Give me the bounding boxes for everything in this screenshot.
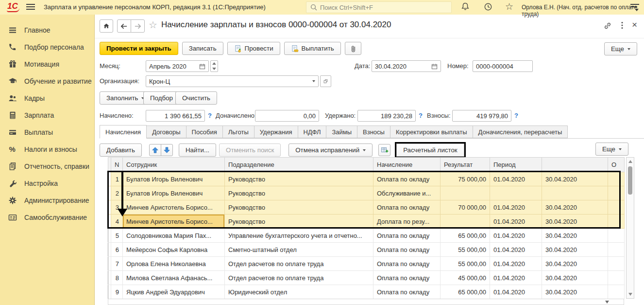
cell-period-end[interactable] <box>542 186 608 200</box>
cell-result[interactable] <box>441 215 490 229</box>
favorite-star-icon[interactable]: ☆ <box>149 19 157 31</box>
table-row[interactable]: 9Яцкив Андрей ЭдуардовичЮридический отде… <box>108 285 625 299</box>
cell-period-start[interactable]: 01.04.2020 <box>490 200 542 215</box>
cell-employee-selected[interactable]: Минчев Аристотель Борисо... <box>123 215 225 229</box>
tab-ndfl[interactable]: НДФЛ <box>298 126 327 138</box>
chevron-down-icon[interactable] <box>312 80 315 82</box>
sidebar-item-taxes[interactable]: % Налоги и взносы <box>0 141 94 158</box>
cell-result[interactable]: 65 000,00 <box>441 285 490 299</box>
get-link-icon[interactable] <box>603 21 612 32</box>
tab-contracts[interactable]: Договоры <box>147 126 186 138</box>
cell-o[interactable] <box>608 271 625 285</box>
tab-deductions[interactable]: Удержания <box>254 126 298 138</box>
cell-accrual[interactable]: Оплата по окладу <box>373 257 441 271</box>
cell-period-start[interactable]: 01.04.2020 <box>490 172 542 186</box>
calendar-icon[interactable] <box>431 63 438 70</box>
cell-department[interactable]: Отдел расчетов по оплате труда <box>225 271 373 285</box>
more-actions-icon[interactable] <box>621 21 624 31</box>
cell-o[interactable] <box>608 229 625 243</box>
post-button[interactable]: Провести <box>227 42 280 55</box>
cell-n[interactable]: 9 <box>111 285 123 299</box>
cell-period-start[interactable]: 01.04.2020 <box>490 243 542 257</box>
cell-period-start[interactable]: 01.04.2020 <box>490 257 542 271</box>
cell-department[interactable]: Руководство <box>225 200 373 215</box>
withheld-help-icon[interactable]: ? <box>419 112 423 119</box>
cell-accrual[interactable]: Обслуживание и... <box>373 186 441 200</box>
cell-employee[interactable]: Булатов Игорь Виленович <box>123 186 225 200</box>
tab-recalculations[interactable]: Доначисления, перерасчеты <box>473 126 568 138</box>
pick-button[interactable]: Подбор <box>143 91 180 105</box>
horizontal-scrollbar[interactable] <box>108 299 624 305</box>
cell-department[interactable]: Отдел расчетов по оплате труда <box>225 257 373 271</box>
cell-result[interactable]: 65 000,00 <box>441 229 490 243</box>
add-table-button[interactable] <box>378 144 390 156</box>
col-department[interactable]: Подразделение <box>225 158 373 172</box>
cell-n[interactable]: 7 <box>111 257 123 271</box>
cell-employee[interactable]: Минчев Аристотель Борисо... <box>123 200 225 215</box>
cell-period-start[interactable]: 01.04.2020 <box>490 285 542 299</box>
favorites-star-icon[interactable]: ☆ <box>505 1 517 12</box>
withheld-input[interactable]: 189 230,28 <box>357 110 416 122</box>
cell-n[interactable]: 6 <box>111 243 123 257</box>
cell-accrual[interactable]: Доплата по резу... <box>373 215 441 229</box>
cell-result[interactable]: 45 000,00 <box>441 271 490 285</box>
sidebar-item-recruiting[interactable]: Подбор персонала <box>0 38 94 55</box>
cell-o[interactable] <box>608 257 625 271</box>
table-row[interactable]: 2Булатов Игорь ВиленовичРуководствоОбслу… <box>108 186 625 200</box>
cell-period-end[interactable]: 30.04.2020 <box>542 285 608 299</box>
post-and-close-button[interactable]: Провести и закрыть <box>100 42 178 55</box>
cancel-search-button[interactable]: Отменить поиск <box>219 144 281 157</box>
cell-n[interactable]: 5 <box>111 229 123 243</box>
sidebar-item-self-service[interactable]: Самообслуживание <box>0 209 94 226</box>
forward-button[interactable] <box>131 19 145 33</box>
1c-logo[interactable]: 1С <box>7 2 19 12</box>
history-icon[interactable] <box>483 2 495 13</box>
move-up-button[interactable] <box>149 144 161 156</box>
contributions-help-icon[interactable]: ? <box>514 112 518 119</box>
extra-accrued-input[interactable]: 0,00 <box>255 110 319 122</box>
find-button[interactable]: Найти... <box>179 144 216 157</box>
month-input[interactable]: Апрель 2020 <box>146 60 209 72</box>
write-button[interactable]: Записать <box>182 42 223 55</box>
cell-accrual[interactable]: Оплата по окладу <box>373 172 441 186</box>
vertical-scrollbar[interactable] <box>626 157 634 299</box>
attachments-button[interactable] <box>345 42 361 55</box>
table-row[interactable]: 3Минчев Аристотель Борисо...РуководствоО… <box>108 200 625 215</box>
tab-payment-adjustments[interactable]: Корректировки выплаты <box>390 126 473 138</box>
cell-department[interactable]: Руководство <box>225 172 373 186</box>
cell-n[interactable]: 1 <box>111 172 123 186</box>
table-row[interactable]: 6Мейерсон Софья КарловнаСметно-штатный о… <box>108 243 625 257</box>
cell-period-end[interactable]: 30.04.2020 <box>542 243 608 257</box>
notifications-bell-icon[interactable] <box>460 2 472 13</box>
sidebar-item-administration[interactable]: Администрирование <box>0 192 94 209</box>
tab-privileges[interactable]: Льготы <box>223 126 254 138</box>
cell-period-end[interactable]: 30.04.2020 <box>542 229 608 243</box>
table-row[interactable]: 1Булатов Игорь ВиленовичРуководствоОплат… <box>108 172 625 186</box>
scroll-thumb[interactable] <box>628 166 632 195</box>
cell-period-start[interactable]: 01.04.2020 <box>490 271 542 285</box>
sidebar-item-training[interactable]: Обучение и развитие <box>0 72 94 90</box>
cell-department[interactable]: Управление бухгалтерского учета и отчетн… <box>225 229 373 243</box>
cell-n[interactable]: 8 <box>111 271 123 285</box>
cell-period-start[interactable]: 01.04.2020 <box>490 229 542 243</box>
cell-o[interactable] <box>608 243 625 257</box>
cell-o[interactable] <box>608 186 625 200</box>
back-button[interactable] <box>117 19 131 33</box>
sidebar-item-salary[interactable]: Зарплата <box>0 107 94 124</box>
cell-result[interactable]: 75 000,00 <box>441 172 490 186</box>
cell-result[interactable] <box>441 186 490 200</box>
cell-employee[interactable]: Булатов Игорь Виленович <box>123 172 225 186</box>
form-more-button[interactable]: Еще <box>604 42 637 55</box>
cell-o[interactable] <box>608 285 625 299</box>
scroll-end-icon[interactable] <box>605 301 609 304</box>
cell-result[interactable]: 70 000,00 <box>441 200 490 215</box>
step-up-icon[interactable] <box>212 62 216 65</box>
cell-accrual[interactable]: Оплата по окладу <box>373 285 441 299</box>
cell-period-end[interactable]: 30.04.2020 <box>542 257 608 271</box>
scroll-up-icon[interactable] <box>628 160 632 163</box>
sidebar-item-reports[interactable]: Отчетность, справки <box>0 158 94 175</box>
sidebar-item-main[interactable]: Главное <box>0 21 94 38</box>
sidebar-item-motivation[interactable]: Мотивация <box>0 55 94 72</box>
add-row-button[interactable]: Добавить <box>100 144 142 157</box>
table-more-button[interactable]: Еще <box>595 143 628 156</box>
